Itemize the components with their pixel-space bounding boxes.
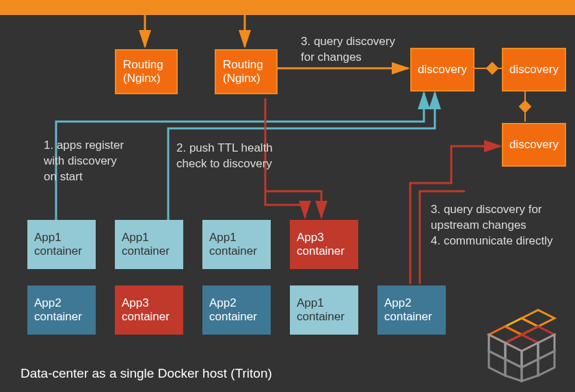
svg-marker-15 <box>489 351 505 376</box>
svg-marker-3 <box>505 318 538 335</box>
discovery-label-2: discovery <box>509 63 559 76</box>
discovery-label-1: discovery <box>418 63 467 76</box>
diagram-caption: Data-center as a single Docker host (Tri… <box>21 366 272 381</box>
svg-marker-11 <box>538 351 554 376</box>
app-row2-3: App1container <box>290 285 358 335</box>
routing-label-1: Routing(Nginx) <box>123 58 170 86</box>
annotation-step3a: 3. query discoveryfor changes <box>301 34 395 66</box>
app-row2-0: App2container <box>27 285 96 335</box>
svg-marker-5 <box>489 326 522 343</box>
app-row1-1: App1container <box>115 220 183 269</box>
svg-marker-12 <box>522 359 538 381</box>
app-row2-1: App3container <box>115 285 183 335</box>
app-row2-2: App2container <box>202 285 271 335</box>
svg-marker-16 <box>505 359 522 381</box>
discovery-box-1: discovery <box>410 48 474 92</box>
discovery-box-3: discovery <box>502 123 566 167</box>
svg-marker-7 <box>522 326 554 343</box>
app-row2-4: App2container <box>377 285 446 335</box>
svg-marker-4 <box>522 310 554 326</box>
discovery-label-3: discovery <box>509 138 559 152</box>
annotation-step3b: 3. query discovery forupstream changes4.… <box>431 202 553 249</box>
app-row1-2: App1container <box>202 220 271 269</box>
triton-logo-icon <box>478 307 565 382</box>
annotation-step2: 2. push TTL healthcheck to discovery <box>176 141 273 172</box>
svg-marker-6 <box>505 335 538 351</box>
annotation-step1: 1. apps registerwith discoveryon start <box>44 138 124 185</box>
routing-label-2: Routing(Nginx) <box>223 58 269 86</box>
top-bar <box>0 0 575 15</box>
discovery-box-2: discovery <box>502 48 566 92</box>
app-row1-0: App1container <box>27 220 96 269</box>
app-row1-3: App3container <box>290 220 358 269</box>
routing-box-2: Routing(Nginx) <box>215 49 278 94</box>
routing-box-1: Routing(Nginx) <box>115 49 178 94</box>
